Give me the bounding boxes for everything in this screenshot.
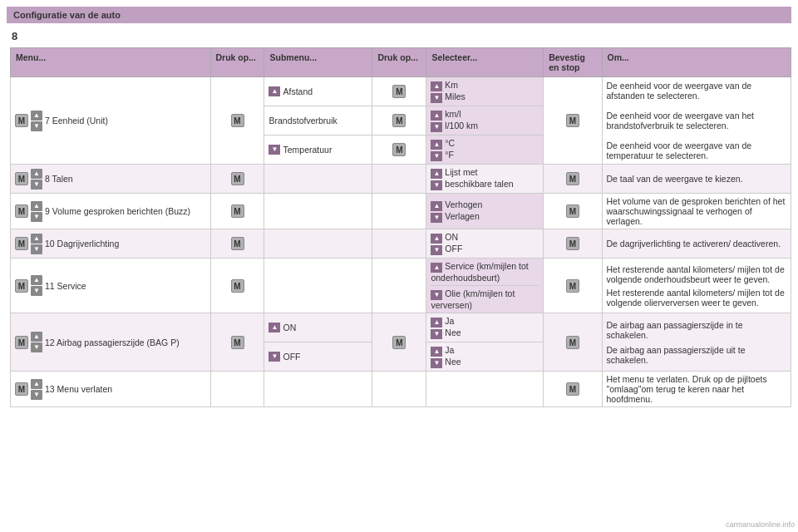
nav-down-btn[interactable]: ▼ [31, 390, 42, 400]
m-button[interactable]: M [15, 336, 28, 349]
m-button[interactable]: M [566, 279, 579, 293]
druk2-cell [372, 194, 426, 229]
arrow-down-icon: ▼ [431, 358, 442, 368]
select-service: Service (km/mijlen tot onderhoudsbeurt) [431, 261, 528, 283]
nav-up-btn[interactable]: ▲ [31, 332, 42, 342]
m-button[interactable]: M [15, 114, 28, 127]
druk1-cell: M [210, 259, 264, 313]
menu-label: 13 Menu verlaten [45, 384, 112, 394]
nav-up-btn[interactable]: ▲ [31, 169, 42, 179]
arrow-up-icon: ▲ [431, 318, 442, 328]
m-button[interactable]: M [566, 114, 579, 127]
arrow-down-icon: ▼ [431, 151, 442, 161]
m-button[interactable]: M [231, 237, 244, 250]
druk1-cell: M [210, 165, 264, 194]
select-item-up: km/l [445, 109, 461, 119]
nav-up-btn[interactable]: ▲ [31, 379, 42, 389]
nav-down-btn[interactable]: ▼ [31, 121, 42, 131]
m-button[interactable]: M [392, 336, 406, 349]
arrow-down-icon: ▼ [431, 245, 442, 255]
select-item-down: °F [445, 150, 454, 160]
select-on: ON [445, 232, 458, 242]
m-button[interactable]: M [566, 204, 579, 218]
select-ja: Ja [445, 345, 454, 355]
menu-label: 8 Talen [45, 174, 73, 184]
select-olie: Olie (km/mijlen tot verversen) [431, 288, 515, 310]
menu-label: 10 Dagrijverlichting [45, 239, 119, 249]
druk1-cell: M [210, 313, 264, 372]
sub-arrow-up: ▲ [268, 86, 280, 96]
om-text-3: De eenheid voor de weergave van de tempe… [607, 140, 786, 160]
druk2-cell: M [372, 106, 426, 135]
om-text: De taal van de weergave te kiezen. [607, 174, 743, 184]
th-om: Om... [602, 48, 791, 77]
menu-cell: M ▲ ▼ 10 Dagrijverlichting [11, 229, 211, 259]
m-button[interactable]: M [15, 237, 28, 250]
select-cell: ▲ Ja ▼ Nee [426, 342, 544, 372]
select-off: OFF [445, 244, 462, 254]
nav-down-btn[interactable]: ▼ [31, 244, 42, 254]
nav-down-btn[interactable]: ▼ [31, 212, 42, 222]
m-button[interactable]: M [231, 172, 244, 185]
config-table: Menu... Druk op... Submenu... Druk op...… [10, 47, 791, 407]
m-button[interactable]: M [566, 172, 579, 185]
m-button[interactable]: M [392, 143, 406, 156]
nav-updown: ▲ ▼ [31, 111, 42, 131]
m-button[interactable]: M [15, 382, 28, 396]
nav-up-btn[interactable]: ▲ [31, 275, 42, 285]
druk2-cell [372, 372, 426, 407]
m-button[interactable]: M [566, 336, 579, 349]
sub-cell: ▲ Afstand [264, 77, 372, 106]
m-button[interactable]: M [231, 114, 244, 127]
menu-cell: M ▲ ▼ 8 Talen [11, 165, 211, 194]
arrow-up-icon: ▲ [431, 111, 442, 121]
arrow-up-icon: ▲ [431, 234, 442, 244]
sub-cell [264, 229, 372, 259]
m-button[interactable]: M [231, 204, 244, 218]
nav-updown: ▲ ▼ [31, 275, 42, 296]
sub-cell [264, 259, 372, 313]
nav-updown: ▲ ▼ [31, 234, 42, 254]
bev-cell: M [544, 194, 602, 229]
nav-down-btn[interactable]: ▼ [31, 180, 42, 190]
om-cell: De airbag aan passagierszijde in te scha… [602, 313, 791, 372]
m-button[interactable]: M [231, 279, 244, 293]
menu-label: 12 Airbag passagierszijde (BAG P) [45, 337, 180, 347]
m-button[interactable]: M [392, 85, 406, 98]
nav-down-btn[interactable]: ▼ [31, 342, 42, 352]
watermark: carmanualonline.info [726, 520, 795, 529]
page-title: Configuratie van de auto [13, 10, 121, 20]
menu-label: 11 Service [45, 281, 86, 291]
om-text-2: De eenheid voor de weergave van het bran… [607, 111, 786, 131]
m-button[interactable]: M [392, 114, 406, 127]
arrow-up-icon: ▲ [431, 169, 442, 179]
arrow-up-icon: ▲ [431, 201, 442, 211]
sub-label: Brandstofverbruik [268, 116, 337, 126]
nav-up-btn[interactable]: ▲ [31, 111, 42, 121]
select-item-down: Miles [445, 91, 466, 101]
m-button[interactable]: M [566, 237, 579, 250]
nav-down-btn[interactable]: ▼ [31, 286, 42, 296]
om-cell: De eenheid voor de weergave van de afsta… [602, 77, 791, 165]
m-button[interactable]: M [15, 279, 28, 293]
nav-up-btn[interactable]: ▲ [31, 201, 42, 211]
select-cell: ▲ Verhogen ▼ Verlagen [426, 194, 544, 229]
druk2-cell: M [372, 77, 426, 106]
m-button[interactable]: M [15, 204, 28, 218]
om-cell: De taal van de weergave te kiezen. [602, 165, 791, 194]
select-cell: ▲ Service (km/mijlen tot onderhoudsbeurt… [426, 259, 544, 313]
menu-cell: M ▲ ▼ 11 Service [11, 259, 211, 313]
select-item: Lijst met [445, 167, 477, 177]
bev-cell: M [544, 77, 602, 165]
arrow-down-icon: ▼ [431, 329, 442, 339]
m-button[interactable]: M [566, 382, 579, 396]
nav-up-btn[interactable]: ▲ [31, 234, 42, 244]
menu-label: 7 Eenheid (Unit) [45, 116, 108, 126]
menu-label: 9 Volume gesproken berichten (Buzz) [45, 206, 190, 216]
sub-cell [264, 372, 372, 407]
th-druk1: Druk op... [210, 48, 264, 77]
th-menu: Menu... [11, 48, 211, 77]
m-button[interactable]: M [231, 336, 244, 349]
m-button[interactable]: M [15, 172, 28, 185]
select-cell: ▲ Lijst met ▼ beschikbare talen [426, 165, 544, 194]
